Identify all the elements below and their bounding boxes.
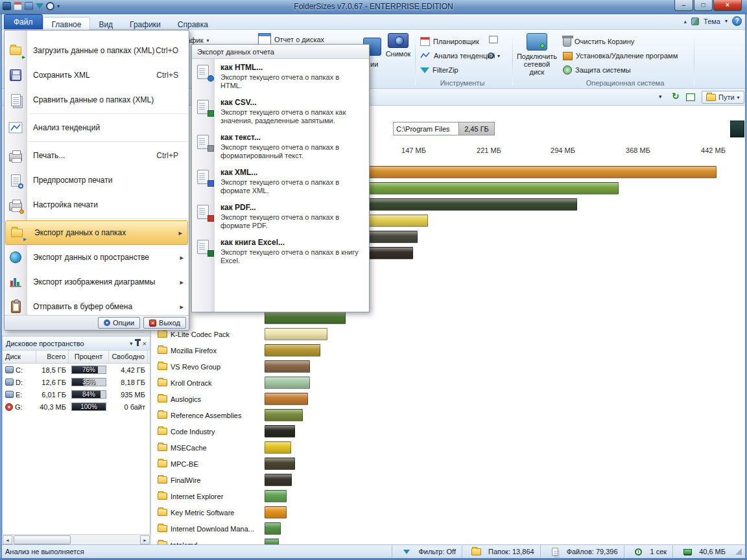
chart-bar[interactable]	[265, 377, 310, 389]
clipboard-icon	[7, 299, 24, 314]
chart-bar[interactable]	[265, 522, 281, 535]
disk-panel-title: Дисковое пространство	[6, 340, 84, 347]
disk-cell-free: 4,42 ГБ	[109, 366, 148, 374]
file-menu-item-0[interactable]: ▸Загрузить данные о папках (XML)Ctrl+O	[5, 38, 189, 63]
exit-button[interactable]: × Выход	[143, 317, 186, 329]
export-item-label: как текст...	[220, 133, 360, 142]
disk-row-1[interactable]: D:12,6 ГБ35%8,18 ГБ	[3, 376, 150, 388]
print-preview-icon	[7, 172, 24, 188]
resize-grip[interactable]	[735, 548, 742, 555]
chart-bar[interactable]	[265, 490, 287, 502]
file-menu-item-label: Загрузить данные о папках (XML)	[33, 46, 156, 55]
folder-list-item[interactable]: VS Revo Group	[158, 358, 263, 375]
disk-panel-header[interactable]: Дисковое пространство ▾ ×	[3, 336, 150, 351]
chart-bar[interactable]	[265, 506, 287, 519]
disk-cell-drive: G:	[3, 403, 36, 411]
folder-list-item[interactable]: Reference Assemblies	[158, 407, 263, 423]
export-item-desc: Экспорт текущего отчета о папках как зна…	[220, 108, 360, 125]
print-setup-icon	[7, 197, 24, 213]
disk-column-header-0[interactable]: Диск	[3, 351, 36, 363]
chart-bar[interactable]	[265, 344, 320, 356]
scrollbar-thumb[interactable]	[14, 535, 71, 544]
disk-row-3[interactable]: G:40,3 МБ100%0 байт	[3, 401, 150, 413]
disk-cell-percent: 35%	[69, 378, 109, 386]
file-menu-item-5[interactable]: Предпросмотр печати	[5, 168, 189, 192]
file-menu-item-2[interactable]: Сравнить данные о папках (XML)	[5, 88, 189, 112]
submenu-arrow-icon: ▸	[180, 278, 184, 286]
export-submenu-item-0[interactable]: как HTML...Экспорт текущего отчета о пап…	[192, 59, 369, 94]
chart-bar[interactable]	[265, 425, 295, 438]
disk-column-header-1[interactable]: Всего	[36, 351, 69, 363]
folder-list-item[interactable]: Mozilla Firefox	[158, 342, 263, 358]
disk-row-2[interactable]: E:6,01 ГБ84%935 МБ	[3, 388, 150, 401]
drive-letter: E:	[16, 391, 22, 399]
export-folder-data-icon: ▸	[8, 225, 25, 240]
file-menu-item-label: Экспорт изображения диаграммы	[33, 277, 180, 286]
cd-icon	[5, 403, 13, 411]
folder-list-item[interactable]: Code Industry	[158, 423, 263, 439]
export-submenu-item-3[interactable]: как XML...Экспорт текущего отчета о папк…	[192, 164, 369, 199]
file-menu-item-8[interactable]: Экспорт данных о пространстве▸	[5, 245, 189, 270]
disk-table-body: C:18,5 ГБ76%4,42 ГБD:12,6 ГБ35%8,18 ГБE:…	[3, 364, 150, 413]
folder-icon	[158, 347, 167, 354]
folder-list-item[interactable]: Auslogics	[158, 391, 263, 407]
folder-list-item[interactable]: Internet Download Mana...	[158, 520, 263, 537]
file-menu-item-4[interactable]: Печать...Ctrl+P	[5, 143, 189, 168]
pin-icon[interactable]	[137, 341, 139, 346]
disk-cell-drive: C:	[3, 366, 36, 374]
disk-cell-total: 6,01 ГБ	[36, 391, 69, 399]
export-submenu-item-4[interactable]: как PDF...Экспорт текущего отчета о папк…	[192, 199, 369, 234]
disk-column-header-3[interactable]: Свободно	[109, 351, 148, 363]
chart-bar[interactable]	[265, 328, 327, 340]
scroll-left-icon[interactable]: ◄	[3, 535, 12, 544]
options-button[interactable]: Опции	[98, 317, 140, 329]
export-submenu-item-5[interactable]: как книга Excel...Экспорт текущего отчет…	[192, 234, 369, 269]
window-border	[0, 14, 2, 560]
folder-name: K-Lite Codec Pack	[171, 331, 230, 338]
export-submenu-item-2[interactable]: как текст...Экспорт текущего отчета о па…	[192, 129, 369, 164]
status-segments: Фильтр: OffПапок: 13,864Файлов: 79,3961 …	[392, 545, 731, 558]
files-count-icon	[547, 544, 563, 559]
chart-bar[interactable]	[265, 458, 295, 470]
file-menu-item-3[interactable]: Анализ тенденций	[5, 115, 189, 140]
disk-panel-header-icons: ▾ ×	[130, 340, 147, 347]
file-menu-item-label: Отправить в буфер обмена	[33, 302, 180, 311]
panel-close-icon[interactable]: ×	[143, 340, 147, 347]
folder-icon	[158, 395, 167, 402]
folder-list-item[interactable]: Kroll Ontrack	[158, 375, 263, 391]
chart-path-box[interactable]: C:\Program Files	[393, 122, 459, 135]
status-bar: Анализ не выполняется Фильтр: OffПапок: …	[0, 544, 747, 558]
chart-bar[interactable]	[265, 360, 310, 373]
axis-tick-label: 294 МБ	[551, 146, 575, 154]
file-menu-item-7[interactable]: ▸Экспорт данных о папках▸	[5, 220, 188, 245]
scroll-right-icon[interactable]: ►	[140, 535, 150, 544]
axis-tick-label: 442 МБ	[701, 146, 726, 154]
export-submenu-item-1[interactable]: как CSV...Экспорт текущего отчета о папк…	[192, 94, 369, 129]
file-menu-item-9[interactable]: Экспорт изображения диаграммы▸	[5, 270, 189, 294]
folder-list-item[interactable]: MPC-BE	[158, 456, 263, 472]
chart-bar[interactable]	[265, 474, 292, 486]
folder-name: FinalWire	[171, 476, 200, 484]
chart-bar[interactable]	[265, 393, 308, 405]
chart-bar[interactable]	[265, 441, 291, 454]
disk-column-header-2[interactable]: Процент	[69, 351, 109, 363]
chart-corner-button[interactable]	[730, 121, 744, 137]
disk-cell-drive: E:	[3, 391, 36, 399]
chart-bar[interactable]	[265, 409, 303, 421]
disk-cell-percent: 76%	[69, 366, 109, 374]
status-segment-0: Фильтр: Off	[392, 545, 462, 558]
horizontal-scrollbar[interactable]: ◄ ►	[2, 534, 150, 544]
folder-list-item[interactable]: Key Metric Software	[158, 504, 263, 520]
status-left-text: Анализ не выполняется	[5, 548, 84, 555]
folder-list-item[interactable]: MSECache	[158, 439, 263, 456]
file-menu-item-6[interactable]: Настройка печати	[5, 192, 189, 217]
file-menu-separator	[29, 218, 187, 219]
folder-list-item[interactable]: Internet Explorer	[158, 488, 263, 504]
panel-menu-icon[interactable]: ▾	[130, 340, 133, 347]
file-menu-shortcut: Ctrl+P	[156, 151, 178, 160]
chart-bar[interactable]	[265, 312, 346, 324]
folder-list-item[interactable]: FinalWire	[158, 472, 263, 488]
file-menu-item-1[interactable]: Сохранить XMLCtrl+S	[5, 63, 189, 88]
disk-row-0[interactable]: C:18,5 ГБ76%4,42 ГБ	[3, 364, 150, 376]
folder-icon	[158, 331, 167, 338]
